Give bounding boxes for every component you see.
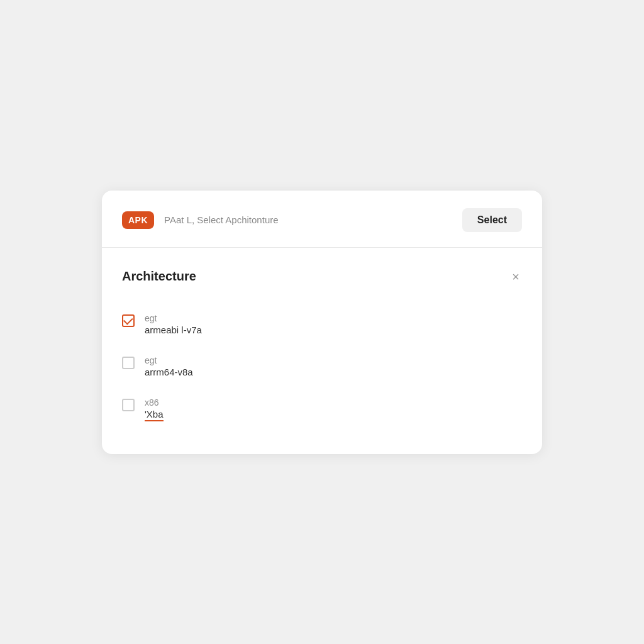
subtitle-text: PAat L, Select Apchitonture <box>164 214 279 225</box>
section-header: Architecture × <box>122 268 522 286</box>
arch-label-armeabi: egt <box>145 313 202 323</box>
arch-info-arm64: egt arrm64-v8a <box>145 355 193 377</box>
checkbox-armeabi-wrapper[interactable] <box>122 314 135 327</box>
arch-info-armeabi: egt armeabi l-v7a <box>145 313 202 335</box>
arch-label-x86: x86 <box>145 397 164 408</box>
arch-label-arm64: egt <box>145 355 193 365</box>
main-card: APK PAat L, Select Apchitonture Select A… <box>102 191 542 454</box>
checkbox-armeabi[interactable] <box>122 314 135 327</box>
arch-item-armeabi: egt armeabi l-v7a <box>122 303 522 345</box>
arch-item-x86: x86 'Xba <box>122 387 522 431</box>
checkbox-arm64-wrapper[interactable] <box>122 357 135 369</box>
checkbox-x86-wrapper[interactable] <box>122 399 135 411</box>
section-title: Architecture <box>122 269 196 284</box>
arch-info-x86: x86 'Xba <box>145 397 164 421</box>
arch-name-arm64: arrm64-v8a <box>145 367 193 377</box>
checkbox-arm64[interactable] <box>122 357 135 369</box>
apk-badge: APK <box>122 211 154 229</box>
close-button[interactable]: × <box>509 268 522 286</box>
card-bottom-section: Architecture × egt armeabi l-v7a <box>102 248 542 454</box>
card-top-section: APK PAat L, Select Apchitonture Select <box>102 191 542 248</box>
arch-item-arm64: egt arrm64-v8a <box>122 345 522 387</box>
select-button[interactable]: Select <box>462 208 522 232</box>
architecture-list: egt armeabi l-v7a egt arrm64-v8a <box>122 303 522 431</box>
arch-name-armeabi: armeabi l-v7a <box>145 325 202 335</box>
arch-name-x86: 'Xba <box>145 409 164 421</box>
checkbox-x86[interactable] <box>122 399 135 411</box>
card-top-left: APK PAat L, Select Apchitonture <box>122 211 279 229</box>
